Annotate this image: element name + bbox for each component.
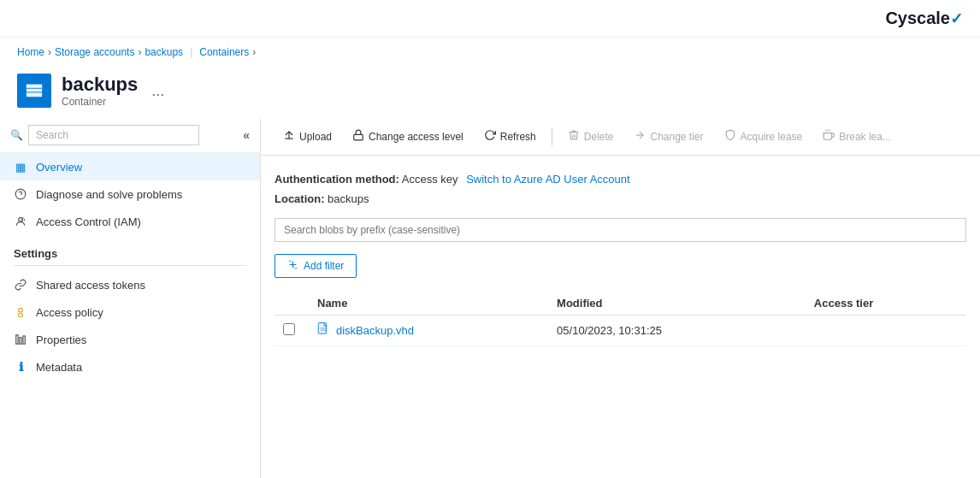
sidebar-nav: ▦ Overview Diagnose and solve problems A… xyxy=(0,153,260,235)
change-access-level-label: Change access level xyxy=(369,131,463,143)
upload-button[interactable]: Upload xyxy=(275,125,340,148)
sidebar-item-access-policy[interactable]: Access policy xyxy=(0,298,260,326)
sidebar-item-label-shared-access: Shared access tokens xyxy=(36,279,145,292)
row-modified-cell: 05/10/2023, 10:31:25 xyxy=(548,315,806,345)
row-checkbox[interactable] xyxy=(283,323,295,335)
resource-more-button[interactable]: ... xyxy=(151,82,164,100)
access-policy-icon xyxy=(14,305,27,319)
sidebar-item-overview[interactable]: ▦ Overview xyxy=(0,153,260,180)
main-layout: 🔍 « ▦ Overview Diagnose and solve proble… xyxy=(0,118,980,478)
change-access-level-button[interactable]: Change access level xyxy=(344,125,472,148)
sidebar-item-diagnose[interactable]: Diagnose and solve problems xyxy=(0,180,260,208)
delete-button[interactable]: Delete xyxy=(559,125,623,148)
search-input[interactable] xyxy=(28,125,199,145)
sidebar-item-label-access-policy: Access policy xyxy=(36,306,103,319)
svg-point-8 xyxy=(19,308,23,312)
logo-checkmark: ✓ xyxy=(950,9,963,28)
delete-icon xyxy=(568,129,580,144)
content-area: Upload Change access level Refresh Delet xyxy=(261,118,980,478)
settings-header: Settings xyxy=(0,239,260,263)
col-modified: Modified xyxy=(548,292,806,316)
col-checkbox xyxy=(275,292,309,316)
sidebar-item-metadata[interactable]: ℹ Metadata xyxy=(0,353,260,381)
break-lease-icon xyxy=(823,129,835,144)
col-access-tier: Access tier xyxy=(806,292,966,316)
location-label: Location: xyxy=(275,192,325,205)
breadcrumb-backups[interactable]: backups xyxy=(145,46,183,58)
acquire-lease-label: Acquire lease xyxy=(741,131,803,143)
breadcrumb-sep3: › xyxy=(252,46,256,58)
sidebar-item-label-properties: Properties xyxy=(36,333,86,346)
upload-label: Upload xyxy=(299,131,332,143)
change-tier-label: Change tier xyxy=(650,131,703,143)
row-access-tier-cell xyxy=(806,315,966,345)
blob-name-container: diskBackup.vhd xyxy=(317,322,540,339)
logo: Cyscale✓ xyxy=(885,9,963,28)
sidebar-item-label-overview: Overview xyxy=(36,161,82,174)
sidebar-item-properties[interactable]: Properties xyxy=(0,326,260,353)
blob-table: Name Modified Access tier xyxy=(275,292,966,346)
row-name-cell: diskBackup.vhd xyxy=(309,315,548,345)
svg-rect-11 xyxy=(20,338,21,345)
col-name: Name xyxy=(309,292,548,316)
add-filter-label: Add filter xyxy=(304,260,344,272)
sidebar-item-label-iam: Access Control (IAM) xyxy=(36,215,141,228)
breadcrumb-pipe: | xyxy=(190,46,192,58)
blob-name-text[interactable]: diskBackup.vhd xyxy=(336,324,414,337)
svg-rect-1 xyxy=(27,85,42,89)
breadcrumb-sep1: › xyxy=(48,46,51,58)
sidebar-item-iam[interactable]: Access Control (IAM) xyxy=(0,208,260,235)
overview-icon: ▦ xyxy=(14,160,27,174)
settings-nav: Shared access tokens Access policy Prope… xyxy=(0,271,260,381)
resource-name: backups xyxy=(62,74,138,96)
svg-rect-12 xyxy=(23,336,25,344)
acquire-lease-icon xyxy=(724,129,736,144)
sidebar-item-shared-access-tokens[interactable]: Shared access tokens xyxy=(0,271,260,298)
shared-access-icon xyxy=(14,278,27,292)
svg-rect-10 xyxy=(16,335,18,345)
break-lease-button[interactable]: Break lea... xyxy=(814,125,900,148)
change-tier-button[interactable]: Change tier xyxy=(625,125,711,148)
breadcrumb-storage-accounts[interactable]: Storage accounts xyxy=(55,46,134,58)
sidebar-item-label-diagnose: Diagnose and solve problems xyxy=(36,188,182,201)
svg-rect-15 xyxy=(354,134,363,139)
upload-icon xyxy=(283,129,295,144)
auth-method-row: Authentication method: Access key Switch… xyxy=(275,169,966,189)
row-checkbox-cell xyxy=(275,315,309,345)
diagnose-icon xyxy=(14,187,27,201)
refresh-label: Refresh xyxy=(500,131,536,143)
file-icon xyxy=(317,322,329,339)
iam-icon xyxy=(14,215,27,228)
add-filter-icon xyxy=(287,259,298,273)
location-row: Location: backups xyxy=(275,189,966,209)
lock-icon xyxy=(352,129,364,144)
search-blobs-input[interactable] xyxy=(275,218,966,242)
auth-method-label: Authentication method: xyxy=(275,173,399,186)
metadata-icon: ℹ xyxy=(14,360,27,374)
change-tier-icon xyxy=(634,129,646,144)
properties-icon xyxy=(14,333,27,346)
breadcrumb-containers[interactable]: Containers xyxy=(199,46,249,58)
search-icon: 🔍 xyxy=(10,129,23,141)
logo-text: Cyscale xyxy=(885,9,950,28)
add-filter-button[interactable]: Add filter xyxy=(275,254,357,278)
content-body: Authentication method: Access key Switch… xyxy=(261,156,980,478)
breadcrumb: Home › Storage accounts › backups | Cont… xyxy=(0,38,980,67)
settings-divider xyxy=(14,265,246,266)
toolbar: Upload Change access level Refresh Delet xyxy=(261,118,980,156)
auth-info: Authentication method: Access key Switch… xyxy=(275,169,966,209)
sidebar-search-bar: 🔍 « xyxy=(0,118,260,153)
toolbar-divider-1 xyxy=(552,128,552,145)
resource-title-area: backups Container ... xyxy=(0,67,980,118)
breadcrumb-home[interactable]: Home xyxy=(17,46,44,58)
refresh-icon xyxy=(484,129,496,144)
resource-name-group: backups Container xyxy=(62,74,138,108)
resource-type: Container xyxy=(62,96,138,108)
svg-rect-9 xyxy=(19,314,23,317)
collapse-button[interactable]: « xyxy=(243,128,250,142)
refresh-button[interactable]: Refresh xyxy=(475,125,545,148)
auth-switch-link[interactable]: Switch to Azure AD User Account xyxy=(466,173,629,186)
acquire-lease-button[interactable]: Acquire lease xyxy=(716,125,812,148)
break-lease-label: Break lea... xyxy=(839,131,891,143)
delete-label: Delete xyxy=(584,131,614,143)
